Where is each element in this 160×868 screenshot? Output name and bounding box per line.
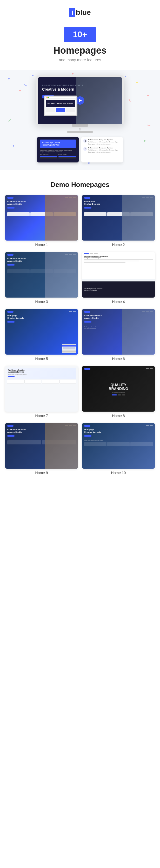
monitor-wrap: CONSECTETUR ADIPISCING ELIT & JUSTO Crea… [0, 75, 160, 162]
demo-item-9: Creative & ModernAgency Studio Home 9 [5, 423, 78, 475]
home7-title: We Design Quality,Awesome Layouts [8, 369, 75, 373]
demo-item-4: We are digital agency studio anddesign m… [82, 252, 155, 304]
home7-sub: Lorem ipsum dolor sit amet consectetur [8, 374, 75, 375]
demo-thumb-4[interactable]: We are digital agency studio anddesign m… [82, 252, 155, 298]
home5-title: MultipageCreative Layouts [7, 314, 28, 320]
demo-thumb-9[interactable]: Creative & ModernAgency Studio [5, 423, 78, 469]
demo-item-10: MultipageCreative Layouts We are digital… [82, 423, 155, 475]
panel-dark-desc: Maecet lobor. Alipa turpis blandit volut… [40, 149, 76, 153]
demo-thumb-5[interactable]: MultipageCreative Layouts [5, 309, 78, 354]
panel-icon-1: ⏱ [83, 139, 87, 143]
home3-title: Creative & ModernAgency Studio [7, 257, 28, 263]
logo: iblue [69, 8, 91, 17]
demo-section-title: Demo Homepages [5, 181, 155, 189]
apple-logo:  [79, 128, 81, 131]
demo-item-8: QUALITYBRANDING Lorem ipsum dolor sit am… [82, 366, 155, 418]
demo-section: Demo Homepages Creative & ModernAgency S… [0, 173, 160, 480]
page-subtitle: and many more features [5, 58, 155, 62]
home3-label: Home 3 [35, 300, 48, 304]
home1-label: Home 1 [35, 243, 48, 247]
panel-light-text-1: Vestibulum lorem nibh volutpat blandit m… [88, 141, 118, 145]
panel-dark-title: We offer high QualityHome Pages for You [42, 141, 74, 146]
laptop-overlay: Build Modern, Clean and Smart Templates [44, 96, 77, 116]
demo-item-5: MultipageCreative Layouts [5, 309, 78, 361]
demo-item-3: Creative & ModernAgency Studio Home 3 [5, 252, 78, 304]
monitor-hero-title: Creative & Modern [42, 87, 83, 92]
panel-light-title-1: Nullam turpis Cras justo dapibus [88, 139, 118, 141]
home4-dark-text: We offer high Quality Templateswith Beau… [84, 288, 103, 291]
home8-sub: Lorem ipsum dolor sit amet [112, 392, 125, 393]
home6-label: Home 6 [112, 357, 125, 361]
logo-i: i [69, 8, 75, 17]
panel-col-label-2: Classic Styles [58, 154, 76, 155]
home1-title: Creative & ModernAgency Studio [7, 200, 28, 206]
home4-label: Home 4 [112, 300, 125, 304]
panel-icon-2: ✦ [83, 147, 87, 151]
demo-thumb-6[interactable]: Creative& ModernAgency Studio The Comple… [82, 309, 155, 354]
home9-title: Creative & ModernAgency Studio [7, 428, 28, 434]
demo-grid: Creative & ModernAgency Studio Home 1 [5, 195, 155, 475]
home2-label: Home 2 [112, 243, 125, 247]
home6-title: Creative& ModernAgency Studio [84, 314, 105, 320]
panel-light-title-2: Nullam turpis Cras justo dapibus [88, 147, 118, 149]
panel-light-text-2: Vestibulum lorem nibh volutpat blandit m… [88, 149, 118, 153]
home4-content-title: We are digital agency studio anddesign m… [84, 255, 153, 258]
home10-title: MultipageCreative Layouts [84, 428, 105, 434]
laptop-hero-text: Build Modern, Clean and Smart Templates [47, 102, 73, 104]
demo-item-1: Creative & ModernAgency Studio Home 1 [5, 195, 78, 247]
demo-thumb-1[interactable]: Creative & ModernAgency Studio [5, 195, 78, 241]
demo-thumb-2[interactable]: BeautifullyCrafted Designs [82, 195, 155, 241]
home5-label: Home 5 [35, 357, 48, 361]
demo-thumb-3[interactable]: Creative & ModernAgency Studio [5, 252, 78, 298]
panel-col-label-1: Beautiful Graphics [40, 154, 57, 155]
panels-row: We offer high QualityHome Pages for You … [37, 137, 123, 162]
header: iblue 10+ Homepages and many more featur… [0, 0, 160, 70]
demo-item-2: BeautifullyCrafted Designs Home 2 [82, 195, 155, 247]
hero-preview: CONSECTETUR ADIPISCING ELIT & JUSTO Crea… [0, 70, 160, 170]
home7-label: Home 7 [35, 414, 48, 418]
page-title: Homepages [5, 45, 155, 56]
home9-label: Home 9 [35, 471, 48, 475]
home10-label: Home 10 [111, 471, 126, 475]
demo-thumb-8[interactable]: QUALITYBRANDING Lorem ipsum dolor sit am… [82, 366, 155, 412]
demo-thumb-7[interactable]: We Design Quality,Awesome Layouts Lorem … [5, 366, 78, 412]
demo-item-7: We Design Quality,Awesome Layouts Lorem … [5, 366, 78, 418]
logo-text: blue [76, 8, 91, 17]
monitor: CONSECTETUR ADIPISCING ELIT & JUSTO Crea… [36, 75, 124, 124]
badge-count: 10+ [64, 27, 96, 42]
home2-title: BeautifullyCrafted Designs [84, 200, 105, 206]
demo-thumb-10[interactable]: MultipageCreative Layouts We are digital… [82, 423, 155, 469]
home8-label: Home 8 [112, 414, 125, 418]
demo-item-6: Creative& ModernAgency Studio The Comple… [82, 309, 155, 361]
home10-sub: We are digital agency and design modern [84, 440, 153, 441]
home8-title: QUALITYBRANDING [109, 383, 128, 391]
panel-dark: We offer high QualityHome Pages for You … [37, 137, 79, 162]
panel-light: ⏱ Nullam turpis Cras justo dapibus Vesti… [81, 137, 123, 162]
monitor-hero-small: CONSECTETUR ADIPISCING ELIT & JUSTO [42, 84, 83, 86]
